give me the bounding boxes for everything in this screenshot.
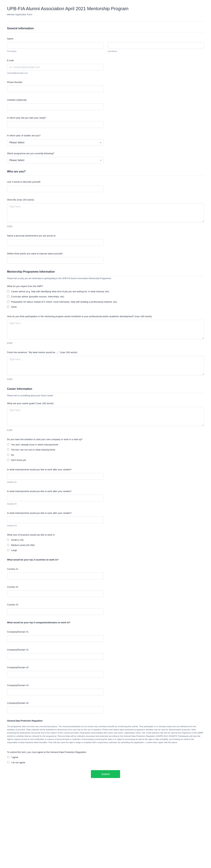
amp-option-0[interactable]: Career advice (e.g. help with identifyin… [7, 290, 204, 293]
country2-label: Country #2 [7, 585, 204, 589]
first-name-sublabel: First Name [7, 50, 103, 53]
name-label: Name: [7, 37, 204, 40]
amp-checkbox-0[interactable] [7, 290, 9, 292]
amp-option-2[interactable]: Preparation for labour market (CV check,… [7, 300, 204, 304]
last-name-sublabel: Last Name [108, 50, 204, 53]
startup-option-1[interactable]: Yes but I am not sure in what industry/n… [7, 448, 204, 452]
short-bio-label: Short Bio (max 150 words) [7, 198, 204, 202]
industry2-sublabel: Industry #2 [7, 502, 204, 505]
programme-select[interactable]: Please Select [7, 157, 104, 163]
company3-input[interactable] [7, 671, 104, 678]
achievement-label: Name a personal achievement you are prou… [7, 234, 204, 238]
ideal-mentor-textarea[interactable] [7, 356, 204, 375]
career-goals-textarea[interactable] [7, 407, 204, 426]
page-title: UPB-FIA Alumni Association April 2021 Me… [7, 5, 204, 12]
startup-radio-3[interactable] [7, 459, 9, 461]
section-who-heading: Who are you? [7, 169, 204, 176]
gdpr-option-1[interactable]: I do not agree [7, 761, 204, 764]
last-name-input[interactable] [108, 42, 204, 49]
company5-input[interactable] [7, 707, 104, 713]
linkedin-label: LinkedIn (Optional): [7, 98, 204, 102]
company2-input[interactable] [7, 653, 104, 660]
contribute-textarea[interactable] [7, 320, 204, 339]
industry1-sublabel: Industry #1 [7, 480, 204, 484]
country1-label: Country #1 [7, 567, 204, 571]
bizsize-option-1[interactable]: Medium-sized (20-250) [7, 544, 204, 547]
divider [7, 21, 204, 22]
gdpr-heading: General Data Protection Regulation [7, 719, 204, 722]
start-year-input[interactable] [7, 121, 104, 128]
startup-radio-2[interactable] [7, 454, 9, 456]
industry2-input[interactable] [7, 495, 104, 501]
country3-input[interactable] [7, 608, 104, 615]
short-bio-counter: 0/150 [7, 225, 204, 228]
startup-option-2[interactable]: No [7, 453, 204, 457]
linkedin-input[interactable] [7, 103, 104, 110]
section-general-heading: General information [7, 26, 204, 32]
email-sublabel: example@example.com [7, 71, 204, 74]
career-goals-counter: 0/100 [7, 429, 204, 432]
company2-label: Company/Domain #2 [7, 648, 204, 652]
improve-label: Define three points you want to improve … [7, 252, 204, 255]
gdpr-text: The programme does not have any commerci… [7, 725, 204, 744]
bizsize-radio-2[interactable] [7, 549, 9, 551]
amp-checkbox-2[interactable] [7, 301, 9, 303]
email-input[interactable] [7, 64, 104, 70]
submit-button[interactable]: Submit [91, 770, 120, 778]
amp-option-3[interactable]: Other [7, 305, 204, 309]
startup-radio-0[interactable] [7, 443, 9, 445]
startup-radio-1[interactable] [7, 448, 9, 451]
company5-label: Company/Domain #5 [7, 701, 204, 705]
three-words-label: Use 3 words to describe yourself. [7, 180, 204, 184]
country2-input[interactable] [7, 590, 104, 597]
career-goals-label: What are your career goals? (max 100 wor… [7, 402, 204, 405]
company1-label: Company/Domain #1 [7, 630, 204, 633]
gdpr-option-0[interactable]: I agree [7, 755, 204, 759]
start-year-label: In which year did you start your study? [7, 116, 204, 120]
contribute-label: How do you think participation in the me… [7, 315, 204, 318]
industry3-input[interactable] [7, 517, 104, 523]
amp-checkbox-1[interactable] [7, 295, 9, 298]
company3-label: Company/Domain #3 [7, 666, 204, 669]
top5-companies-heading: What would be your top 5 companies/domai… [7, 621, 204, 624]
country3-label: Country #3 [7, 603, 204, 607]
ideal-mentor-label: Finish the sentence: "My ideal mentor wo… [7, 351, 204, 354]
first-name-input[interactable] [7, 42, 103, 49]
bizsize-radio-1[interactable] [7, 544, 9, 546]
startup-option-0[interactable]: Yes and I already know in which industry… [7, 443, 204, 446]
short-bio-textarea[interactable] [7, 203, 204, 222]
industry3-sublabel: Industry #3 [7, 524, 204, 527]
country1-input[interactable] [7, 572, 104, 579]
contribute-counter: 0/100 [7, 342, 204, 345]
gdpr-radio-1[interactable] [7, 761, 9, 764]
ideal-mentor-counter: 0/100 [7, 378, 204, 381]
section-career-heading: Career Information [7, 387, 204, 393]
bizsize-option-2[interactable]: Large [7, 549, 204, 552]
improve-input[interactable] [7, 257, 104, 264]
industry2-q-label: In what industry/niche would you like to… [7, 490, 204, 493]
achievement-input[interactable] [7, 239, 104, 246]
expect-amp-label: What do you expect from the AMP? [7, 284, 204, 288]
section-mentorship-heading: Mentorship Programme Information [7, 270, 204, 276]
top3-countries-heading: What would be your top 3 countries to wo… [7, 558, 204, 561]
study-year-select[interactable]: Please Select [7, 139, 104, 146]
company1-input[interactable] [7, 636, 104, 642]
section-mentorship-desc: Please tell us why you are interested in… [7, 277, 204, 280]
startup-label: Do you have the ambition to start your o… [7, 438, 204, 441]
amp-checkbox-3[interactable] [7, 306, 9, 308]
programme-label: Which programme are you currently follow… [7, 152, 204, 155]
gdpr-radio-0[interactable] [7, 756, 9, 758]
phone-input[interactable] [7, 86, 104, 92]
startup-option-3[interactable]: Don't know yet [7, 458, 204, 462]
bizsize-option-0[interactable]: Small (1-20) [7, 538, 204, 542]
company4-input[interactable] [7, 689, 104, 695]
industry1-input[interactable] [7, 473, 104, 479]
three-words-input[interactable] [7, 185, 104, 192]
industry1-q-label: In what industry/niche would you like to… [7, 468, 204, 471]
bizsize-radio-0[interactable] [7, 538, 9, 541]
bizsize-label: What size of business would you like to … [7, 533, 204, 537]
amp-option-1[interactable]: Curricular advice (possible courses, int… [7, 295, 204, 299]
study-year-label: In which year of studies are you? [7, 134, 204, 137]
gdpr-agree-label: To submit this form, you must agree to t… [7, 750, 204, 754]
email-label: E-mail: [7, 59, 204, 62]
